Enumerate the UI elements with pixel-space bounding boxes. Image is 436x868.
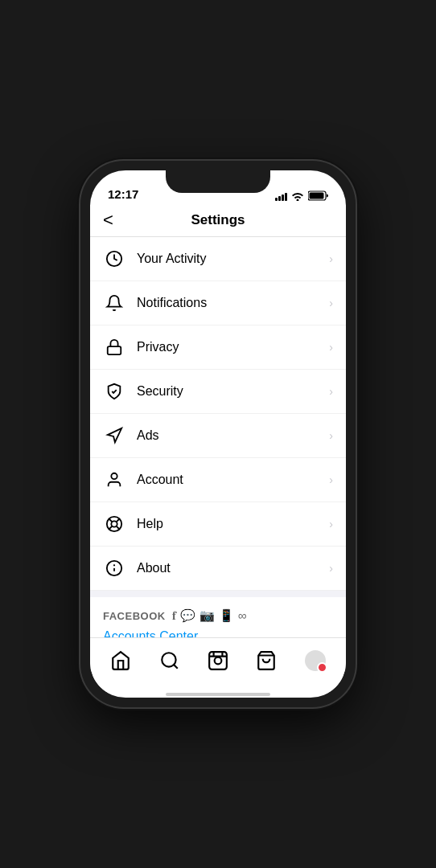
svg-line-7: [109, 519, 113, 522]
settings-item-notifications[interactable]: Notifications ›: [90, 281, 346, 326]
chevron-privacy: ›: [329, 341, 333, 354]
settings-label-your-activity: Your Activity: [137, 252, 329, 266]
svg-rect-3: [108, 346, 121, 354]
settings-item-privacy[interactable]: Privacy ›: [90, 326, 346, 370]
phone-screen: 12:17 < Settings: [90, 170, 346, 698]
facebook-section: FACEBOOK 𝐟 💬 📷 📱 ∞ Accounts Center Contr…: [90, 597, 346, 637]
chevron-account: ›: [329, 473, 333, 486]
facebook-header: FACEBOOK 𝐟 💬 📷 📱 ∞: [103, 608, 333, 623]
accounts-center-link[interactable]: Accounts Center: [103, 629, 333, 637]
header: < Settings: [90, 206, 346, 237]
bell-icon: [103, 292, 125, 314]
svg-line-15: [174, 665, 178, 669]
svg-rect-16: [209, 652, 227, 669]
wifi-icon: [291, 191, 304, 201]
section-divider: [90, 591, 346, 597]
megaphone-icon: [103, 424, 125, 447]
nav-item-reels[interactable]: [199, 645, 237, 676]
svg-line-8: [117, 526, 120, 530]
settings-item-about[interactable]: About ›: [90, 547, 346, 591]
facebook-logo-icon: 𝐟: [172, 608, 176, 623]
home-indicator-bar: [166, 693, 270, 696]
phone-shell: 12:17 < Settings: [80, 161, 356, 707]
bottom-nav: [90, 637, 346, 694]
lock-icon: [103, 336, 125, 358]
home-indicator: [90, 694, 346, 698]
chevron-your-activity: ›: [329, 252, 333, 265]
signal-icon: [275, 191, 287, 201]
content-scroll[interactable]: Your Activity › Notifications ›: [90, 237, 346, 637]
settings-item-help[interactable]: Help ›: [90, 502, 346, 547]
nav-item-search[interactable]: [151, 645, 188, 676]
nav-item-shop[interactable]: [248, 645, 285, 676]
settings-label-about: About: [137, 561, 329, 575]
facebook-section-title: FACEBOOK: [103, 610, 166, 622]
settings-item-account[interactable]: Account ›: [90, 458, 346, 502]
shield-icon: [103, 380, 125, 403]
chevron-about: ›: [329, 562, 333, 575]
person-icon: [103, 469, 125, 491]
svg-line-9: [117, 519, 120, 522]
settings-item-your-activity[interactable]: Your Activity ›: [90, 237, 346, 281]
reels-nav-icon: [208, 650, 228, 671]
chevron-ads: ›: [329, 429, 333, 442]
settings-label-privacy: Privacy: [137, 340, 329, 354]
home-nav-icon: [110, 650, 131, 671]
back-button[interactable]: <: [103, 211, 113, 229]
settings-label-ads: Ads: [137, 428, 329, 443]
activity-icon: [103, 248, 125, 270]
battery-icon: [308, 190, 328, 201]
messenger-icon: 💬: [180, 608, 195, 623]
chevron-help: ›: [329, 518, 333, 530]
chevron-security: ›: [329, 385, 333, 398]
instagram-icon: 📷: [199, 608, 215, 623]
meta-icon: ∞: [238, 608, 247, 623]
lifebuoy-icon: [103, 513, 125, 535]
svg-rect-1: [310, 193, 324, 199]
svg-line-10: [109, 526, 113, 530]
status-icons: [275, 190, 328, 201]
settings-label-security: Security: [137, 384, 329, 399]
nav-item-profile[interactable]: [297, 645, 334, 676]
facebook-brand-icons: 𝐟 💬 📷 📱 ∞: [172, 608, 247, 623]
notch: [166, 170, 270, 193]
settings-label-notifications: Notifications: [137, 296, 329, 310]
settings-label-account: Account: [137, 473, 329, 487]
svg-point-4: [111, 473, 117, 479]
chevron-notifications: ›: [329, 297, 333, 309]
svg-point-14: [162, 653, 175, 666]
shop-nav-icon: [256, 650, 277, 671]
svg-point-6: [111, 521, 117, 526]
info-icon: [103, 557, 125, 579]
status-time: 12:17: [108, 187, 138, 201]
settings-list: Your Activity › Notifications ›: [90, 237, 346, 591]
settings-item-ads[interactable]: Ads ›: [90, 414, 346, 458]
header-title: Settings: [191, 212, 245, 228]
settings-label-help: Help: [137, 517, 329, 531]
whatsapp-icon: 📱: [219, 608, 234, 623]
profile-avatar: [305, 650, 326, 671]
search-nav-icon: [159, 650, 180, 671]
settings-item-security[interactable]: Security ›: [90, 370, 346, 414]
nav-item-home[interactable]: [102, 645, 139, 676]
svg-point-17: [215, 657, 222, 664]
